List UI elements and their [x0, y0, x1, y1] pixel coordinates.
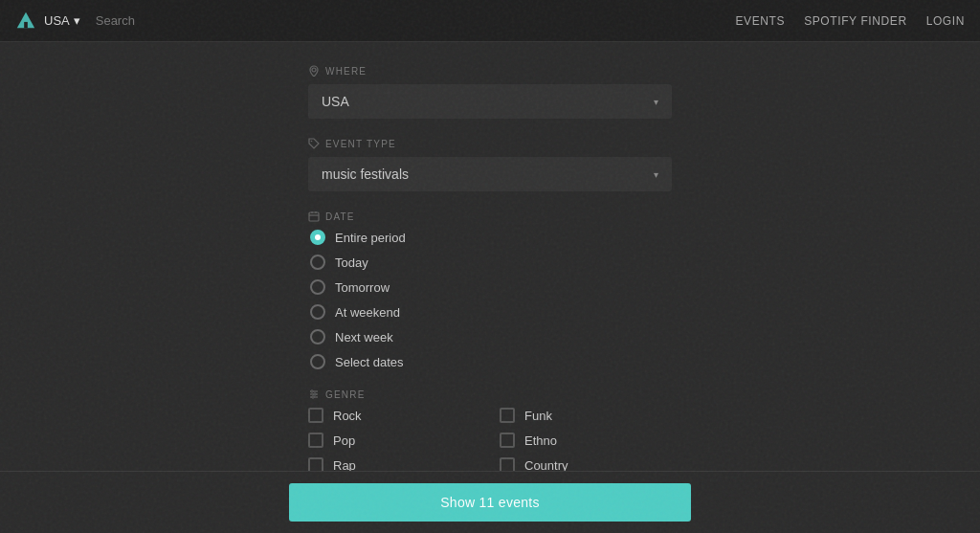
date-option-label: Tomorrow	[335, 280, 390, 295]
radio-entire-period	[310, 230, 325, 245]
tag-icon	[308, 138, 320, 149]
show-events-button[interactable]: Show 11 events	[289, 483, 691, 522]
genre-section-label: GENRE	[325, 389, 366, 400]
where-label: WHERE	[308, 65, 672, 77]
where-section-label: WHERE	[325, 66, 367, 77]
chevron-down-icon: ▾	[654, 97, 658, 107]
country-label: USA	[44, 13, 70, 28]
date-section: DATE Entire period Today Tomorrow At we	[308, 211, 672, 369]
event-type-dropdown[interactable]: music festivals ▾	[308, 157, 672, 191]
genre-label: GENRE	[308, 389, 672, 400]
date-option-label: Select dates	[335, 355, 404, 369]
genre-label-rock: Rock	[333, 409, 362, 423]
genre-pop[interactable]: Pop	[308, 433, 480, 448]
checkbox-ethno	[500, 433, 515, 448]
checkbox-rock	[308, 408, 323, 423]
event-type-section: EVENT TYPE music festivals ▾	[308, 138, 672, 191]
bottom-bar: Show 11 events	[0, 471, 980, 533]
genre-ethno[interactable]: Ethno	[500, 433, 672, 448]
search-input[interactable]	[96, 13, 736, 28]
where-section: WHERE USA ▾	[308, 65, 672, 119]
country-selector[interactable]: USA ▾	[44, 13, 80, 28]
genre-label-funk: Funk	[524, 409, 552, 423]
svg-rect-1	[24, 21, 28, 27]
date-option-at-weekend[interactable]: At weekend	[310, 304, 672, 320]
calendar-icon	[308, 211, 320, 222]
date-option-label: Entire period	[335, 231, 406, 245]
nav-events[interactable]: EVENTS	[736, 14, 786, 28]
where-dropdown[interactable]: USA ▾	[308, 84, 672, 119]
radio-today	[310, 255, 325, 270]
location-icon	[308, 65, 320, 77]
where-value: USA	[322, 94, 349, 109]
sliders-icon	[308, 389, 320, 400]
svg-point-11	[311, 390, 313, 392]
event-type-label: EVENT TYPE	[308, 138, 672, 149]
date-option-today[interactable]: Today	[310, 255, 672, 270]
date-option-label: Next week	[335, 330, 393, 344]
logo	[15, 11, 36, 32]
date-label: DATE	[308, 211, 672, 222]
header: USA ▾ EVENTS SPOTIFY FINDER LOGIN	[0, 0, 980, 42]
date-option-label: Today	[335, 255, 368, 270]
date-option-select-dates[interactable]: Select dates	[310, 354, 672, 369]
genre-label-ethno: Ethno	[524, 433, 557, 448]
svg-point-13	[312, 396, 314, 398]
svg-rect-4	[309, 212, 319, 221]
radio-next-week	[310, 329, 325, 344]
genre-funk[interactable]: Funk	[500, 408, 672, 423]
genre-label-pop: Pop	[333, 433, 355, 448]
radio-tomorrow	[310, 279, 325, 295]
radio-select-dates	[310, 354, 325, 369]
date-radio-group: Entire period Today Tomorrow At weekend …	[308, 230, 672, 369]
chevron-down-icon: ▾	[74, 13, 80, 28]
svg-point-12	[314, 393, 316, 395]
nav-spotify-finder[interactable]: SPOTIFY FINDER	[804, 14, 907, 28]
filter-panel: WHERE USA ▾ EVENT TYPE music festivals ▾	[308, 65, 672, 533]
nav-login[interactable]: LOGIN	[926, 14, 965, 28]
main-nav: EVENTS SPOTIFY FINDER LOGIN	[736, 14, 966, 28]
date-option-label: At weekend	[335, 305, 400, 320]
date-option-next-week[interactable]: Next week	[310, 329, 672, 344]
checkbox-funk	[500, 408, 515, 423]
date-option-entire-period[interactable]: Entire period	[310, 230, 672, 245]
checkbox-pop	[308, 433, 323, 448]
chevron-down-icon: ▾	[654, 169, 658, 180]
main-content: WHERE USA ▾ EVENT TYPE music festivals ▾	[0, 42, 980, 533]
event-type-value: music festivals	[322, 167, 409, 182]
date-option-tomorrow[interactable]: Tomorrow	[310, 279, 672, 295]
svg-point-2	[312, 68, 316, 72]
svg-point-3	[311, 141, 313, 143]
genre-rock[interactable]: Rock	[308, 408, 480, 423]
radio-at-weekend	[310, 304, 325, 320]
date-section-label: DATE	[325, 211, 355, 222]
event-type-section-label: EVENT TYPE	[325, 139, 396, 149]
